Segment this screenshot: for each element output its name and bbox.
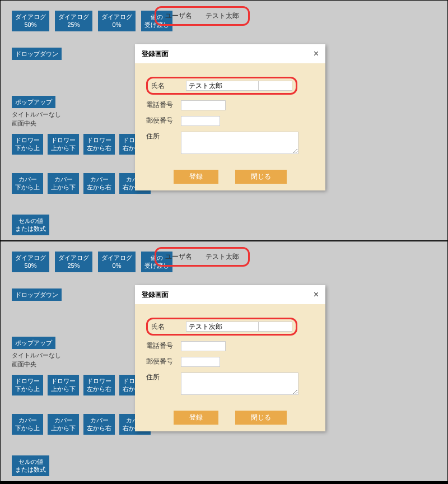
row-popup: ポップアップ タイトルバーなし 画面中央: [12, 96, 61, 128]
popup-button[interactable]: ポップアップ: [12, 337, 55, 349]
dialog-title: 登録画面: [142, 290, 169, 300]
register-button[interactable]: 登録: [174, 411, 218, 425]
close-button[interactable]: 閉じる: [235, 170, 287, 184]
dialog-0-button[interactable]: ダイアログ 0%: [98, 11, 136, 31]
popup-button[interactable]: ポップアップ: [12, 96, 55, 108]
popup-note-2: 画面中央: [12, 360, 61, 369]
user-value: テスト太郎: [206, 11, 239, 21]
user-highlight: ユーザ名 テスト太郎: [155, 6, 250, 26]
row-dialog-buttons: ダイアログ 50% ダイアログ 25% ダイアログ 0% 値の 受け渡し: [12, 252, 172, 272]
cover-left-right-button[interactable]: カバー 左から右: [83, 414, 115, 435]
close-icon[interactable]: ×: [314, 290, 319, 300]
dialog-body: 氏名 電話番号 郵便番号 住所: [135, 63, 325, 166]
user-highlight: ユーザ名 テスト太郎: [155, 247, 250, 267]
row-cover: カバー 下から上 カバー 上から下 カバー 左から右 カバー 右から左: [12, 414, 151, 435]
name-label: 氏名: [151, 322, 180, 332]
name-input-ext[interactable]: [259, 81, 292, 91]
name-label: 氏名: [151, 81, 180, 91]
popup-note-1: タイトルバーなし: [12, 351, 61, 360]
row-drawer: ドロワー 下から上 ドロワー 上から下 ドロワー 左から右 ドロワー 右から左: [12, 375, 151, 395]
form-row-post: 郵便番号: [146, 116, 314, 126]
dialog-title: 登録画面: [142, 49, 169, 59]
row-cell: セルの値 または数式: [12, 215, 49, 235]
tel-label: 電話番号: [146, 100, 175, 110]
dialog-50-button[interactable]: ダイアログ 50%: [12, 252, 49, 272]
row-drawer: ドロワー 下から上 ドロワー 上から下 ドロワー 左から右 ドロワー 右から左: [12, 134, 151, 155]
dropdown-button[interactable]: ドロップダウン: [12, 288, 62, 301]
drawer-bottom-up-button[interactable]: ドロワー 下から上: [12, 375, 43, 395]
row-dropdown: ドロップダウン: [12, 48, 62, 60]
post-label: 郵便番号: [146, 116, 175, 125]
dialog-50-button[interactable]: ダイアログ 50%: [12, 11, 49, 31]
register-dialog: 登録画面 × 氏名 電話番号 郵便番号: [135, 44, 325, 190]
post-input[interactable]: [181, 116, 220, 126]
dialog-25-button[interactable]: ダイアログ 25%: [55, 252, 92, 272]
drawer-left-right-button[interactable]: ドロワー 左から右: [83, 134, 115, 155]
dialog-25-button[interactable]: ダイアログ 25%: [55, 11, 92, 31]
form-row-tel: 電話番号: [146, 100, 314, 110]
cover-bottom-up-button[interactable]: カバー 下から上: [12, 173, 43, 194]
name-highlight: 氏名: [146, 318, 297, 336]
drawer-top-down-button[interactable]: ドロワー 上から下: [48, 375, 79, 395]
close-icon[interactable]: ×: [314, 49, 319, 59]
post-label: 郵便番号: [146, 357, 175, 366]
tel-input[interactable]: [181, 341, 226, 351]
dialog-header: 登録画面 ×: [135, 285, 325, 304]
popup-notes: タイトルバーなし 画面中央: [12, 110, 61, 128]
tel-input[interactable]: [181, 100, 226, 110]
row-cover: カバー 下から上 カバー 上から下 カバー 左から右 カバー 右から左: [12, 173, 151, 194]
dialog-0-button[interactable]: ダイアログ 0%: [98, 252, 136, 272]
dialog-header: 登録画面 ×: [135, 44, 325, 63]
addr-label: 住所: [146, 132, 175, 141]
register-button[interactable]: 登録: [174, 170, 218, 184]
popup-note-1: タイトルバーなし: [12, 110, 61, 119]
name-input-group: [186, 81, 292, 91]
addr-input[interactable]: [181, 132, 298, 154]
name-input[interactable]: [186, 322, 259, 332]
name-input[interactable]: [186, 81, 259, 91]
popup-note-2: 画面中央: [12, 119, 61, 128]
panel-top: ダイアログ 50% ダイアログ 25% ダイアログ 0% 値の 受け渡し ユーザ…: [0, 0, 448, 241]
cover-top-down-button[interactable]: カバー 上から下: [48, 173, 79, 194]
name-input-group: [186, 322, 292, 332]
dialog-footer: 登録 閉じる: [135, 407, 325, 431]
form-row-addr: 住所: [146, 373, 314, 395]
drawer-bottom-up-button[interactable]: ドロワー 下から上: [12, 134, 43, 155]
popup-notes: タイトルバーなし 画面中央: [12, 351, 61, 369]
name-highlight: 氏名: [146, 77, 297, 95]
form-row-addr: 住所: [146, 132, 314, 154]
dialog-body: 氏名 電話番号 郵便番号 住所: [135, 304, 325, 407]
form-row-post: 郵便番号: [146, 357, 314, 367]
form-row-tel: 電話番号: [146, 341, 314, 351]
post-input[interactable]: [181, 357, 220, 367]
form-row-name: 氏名: [146, 77, 314, 95]
addr-label: 住所: [146, 373, 175, 382]
tel-label: 電話番号: [146, 341, 175, 351]
user-label: ユーザ名: [165, 11, 192, 21]
drawer-left-right-button[interactable]: ドロワー 左から右: [83, 375, 115, 395]
close-button[interactable]: 閉じる: [235, 411, 287, 425]
dialog-footer: 登録 閉じる: [135, 166, 325, 190]
panel-bottom: ダイアログ 50% ダイアログ 25% ダイアログ 0% 値の 受け渡し ユーザ…: [0, 241, 448, 482]
user-value: テスト太郎: [206, 252, 239, 262]
row-dropdown: ドロップダウン: [12, 288, 62, 301]
row-popup: ポップアップ タイトルバーなし 画面中央: [12, 337, 61, 369]
user-label: ユーザ名: [165, 252, 192, 262]
cover-top-down-button[interactable]: カバー 上から下: [48, 414, 79, 435]
addr-input[interactable]: [181, 373, 298, 395]
row-dialog-buttons: ダイアログ 50% ダイアログ 25% ダイアログ 0% 値の 受け渡し: [12, 11, 172, 31]
cover-bottom-up-button[interactable]: カバー 下から上: [12, 414, 43, 435]
cell-value-button[interactable]: セルの値 または数式: [12, 215, 49, 235]
name-input-ext[interactable]: [259, 322, 292, 332]
cell-value-button[interactable]: セルの値 または数式: [12, 455, 49, 476]
row-cell: セルの値 または数式: [12, 455, 49, 476]
cover-left-right-button[interactable]: カバー 左から右: [83, 173, 115, 194]
form-row-name: 氏名: [146, 318, 314, 336]
drawer-top-down-button[interactable]: ドロワー 上から下: [48, 134, 79, 155]
dropdown-button[interactable]: ドロップダウン: [12, 48, 62, 60]
register-dialog: 登録画面 × 氏名 電話番号 郵便番号: [135, 285, 325, 431]
